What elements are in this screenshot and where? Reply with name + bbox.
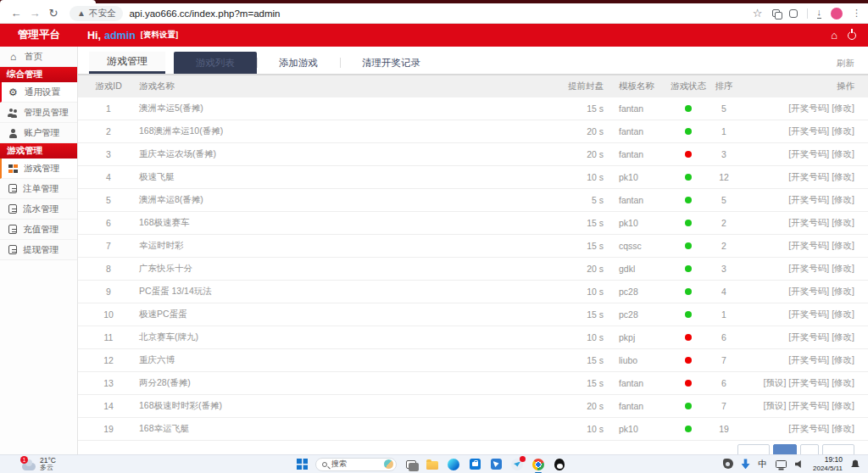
table-row: 4极速飞艇10 spk1012[开奖号码][修改] <box>78 166 868 189</box>
bookmark-star-icon[interactable]: ☆ <box>753 7 763 19</box>
taskbar-app-telegram[interactable] <box>510 458 524 471</box>
refresh-button[interactable]: 刷新 <box>837 58 854 70</box>
action-link[interactable]: [修改] <box>832 331 854 342</box>
cell-game-status <box>670 426 707 432</box>
action-link[interactable]: [修改] <box>832 171 854 181</box>
security-chip[interactable]: ▲ 不安全 <box>70 6 123 21</box>
notifications-bell-icon[interactable] <box>851 459 860 468</box>
cell-sort-order: 1 <box>707 126 741 136</box>
url-text[interactable]: api.yao666.cc/index.php?m=admin <box>129 8 280 19</box>
action-link[interactable]: [开奖号码] <box>788 354 829 364</box>
subtab-0[interactable]: 游戏列表 <box>174 52 257 74</box>
action-link[interactable]: [修改] <box>832 400 854 410</box>
extensions-icon[interactable] <box>789 9 798 18</box>
app-brand[interactable]: 管理平台 <box>0 28 78 42</box>
action-link[interactable]: [修改] <box>832 263 854 273</box>
action-link[interactable]: [修改] <box>832 240 854 250</box>
action-link[interactable]: [修改] <box>832 148 854 159</box>
browser-menu-icon[interactable]: ⋮ <box>852 8 861 19</box>
sidebar-item-doc[interactable]: 流水管理 <box>0 199 77 220</box>
action-link[interactable]: [预设] <box>763 400 786 410</box>
action-link[interactable]: [预设] <box>763 377 786 387</box>
action-link[interactable]: [修改] <box>832 125 854 136</box>
action-link[interactable]: [开奖号码] <box>788 171 829 181</box>
action-link[interactable]: [修改] <box>832 286 854 296</box>
action-link[interactable]: [开奖号码] <box>788 377 829 387</box>
tray-volume-icon[interactable] <box>795 459 804 468</box>
sidebar-item-grid[interactable]: 游戏管理 <box>0 159 77 179</box>
subtab-2[interactable]: 清理开奖记录 <box>340 52 442 74</box>
action-link[interactable]: [修改] <box>832 217 854 227</box>
sidebar-item-label: 提现管理 <box>23 244 58 256</box>
taskbar-app-kite[interactable] <box>489 458 503 471</box>
sidebar-item-gear[interactable]: ⚙通用设置 <box>0 82 77 103</box>
taskbar-app-qq[interactable] <box>553 458 566 471</box>
sidebar-item-doc[interactable]: 提现管理 <box>0 240 77 260</box>
cell-template-name: pk10 <box>619 424 670 434</box>
sidebar-item-home[interactable]: ⌂首页 <box>0 47 77 67</box>
sidebar-item-users[interactable]: 管理员管理 <box>0 103 77 123</box>
action-link[interactable]: [开奖号码] <box>788 125 829 136</box>
home-icon[interactable]: ⌂ <box>831 30 837 41</box>
action-link[interactable]: [开奖号码] <box>788 423 829 433</box>
tab-game-management[interactable]: 游戏管理 <box>89 52 165 74</box>
cell-game-id: 9 <box>90 287 127 297</box>
action-link[interactable]: [修改] <box>832 377 854 387</box>
cell-game-name: 重庆六博 <box>127 354 553 366</box>
taskbar-app-store[interactable] <box>468 458 481 471</box>
action-link[interactable]: [开奖号码] <box>788 103 829 113</box>
tray-app-icon[interactable] <box>723 459 733 469</box>
clock-time: 19:10 <box>813 456 843 465</box>
tray-display-icon[interactable] <box>776 460 787 468</box>
action-link[interactable]: [修改] <box>832 194 854 204</box>
action-link[interactable]: [修改] <box>832 103 854 113</box>
action-link[interactable]: [开奖号码] <box>788 400 829 410</box>
taskbar-app-edge[interactable] <box>447 458 460 471</box>
ime-indicator[interactable]: 中 <box>759 459 768 469</box>
subtab-1[interactable]: 添加游戏 <box>257 52 340 74</box>
pagination-prev-button[interactable] <box>737 444 770 454</box>
action-link[interactable]: [开奖号码] <box>788 263 829 273</box>
action-link[interactable]: [开奖号码] <box>788 217 829 227</box>
pagination-next-button[interactable] <box>822 444 854 454</box>
tray-download-arrow-icon[interactable] <box>742 459 750 469</box>
action-link[interactable]: [开奖号码] <box>788 331 829 342</box>
action-link[interactable]: [开奖号码] <box>788 286 829 296</box>
profile-settings-link[interactable]: [资料设置] <box>141 30 178 41</box>
cell-game-status <box>670 403 707 409</box>
taskbar-app-chrome[interactable] <box>531 458 545 471</box>
start-button[interactable] <box>297 459 308 470</box>
taskbar-weather-widget[interactable]: 1 21°C 多云 <box>0 457 195 471</box>
cell-game-id: 12 <box>90 355 127 365</box>
browser-forward-button[interactable]: → <box>25 8 44 19</box>
address-bar[interactable]: ▲ 不安全 api.yao666.cc/index.php?m=admin <box>70 5 746 21</box>
sidebar-item-doc[interactable]: 注单管理 <box>0 179 77 199</box>
status-dot-green <box>685 288 692 295</box>
action-link[interactable]: [开奖号码] <box>788 240 829 250</box>
action-link[interactable]: [修改] <box>832 354 854 364</box>
action-link[interactable]: [修改] <box>832 423 854 433</box>
taskbar-search[interactable]: 搜索 <box>315 458 397 471</box>
action-link[interactable]: [开奖号码] <box>788 309 829 319</box>
action-link[interactable]: [开奖号码] <box>788 194 829 204</box>
action-link[interactable]: [开奖号码] <box>788 148 829 159</box>
tray-clock[interactable]: 19:10 2024/5/11 <box>813 456 843 472</box>
browser-back-button[interactable]: ← <box>7 8 25 19</box>
action-link[interactable]: [修改] <box>832 309 854 319</box>
browser-active-tab[interactable] <box>0 0 96 3</box>
sidebar-item-doc[interactable]: 充值管理 <box>0 220 77 240</box>
pagination-page-current[interactable] <box>773 444 797 454</box>
cell-sort-order: 7 <box>707 401 741 411</box>
cell-game-status <box>670 151 707 158</box>
pagination-page-2[interactable] <box>800 444 819 454</box>
taskbar-app-file-explorer[interactable] <box>426 458 439 471</box>
browser-reload-button[interactable]: ↻ <box>44 8 63 19</box>
tab-search-icon[interactable] <box>772 9 780 17</box>
power-icon[interactable] <box>848 31 856 40</box>
cell-game-id: 3 <box>90 149 127 159</box>
sidebar-item-user[interactable]: 账户管理 <box>0 123 77 143</box>
weather-desc: 多云 <box>40 465 56 471</box>
browser-profile-avatar[interactable] <box>831 8 843 19</box>
downloads-icon[interactable]: ↓ <box>817 8 822 19</box>
taskbar-app-task-view[interactable] <box>404 458 418 471</box>
